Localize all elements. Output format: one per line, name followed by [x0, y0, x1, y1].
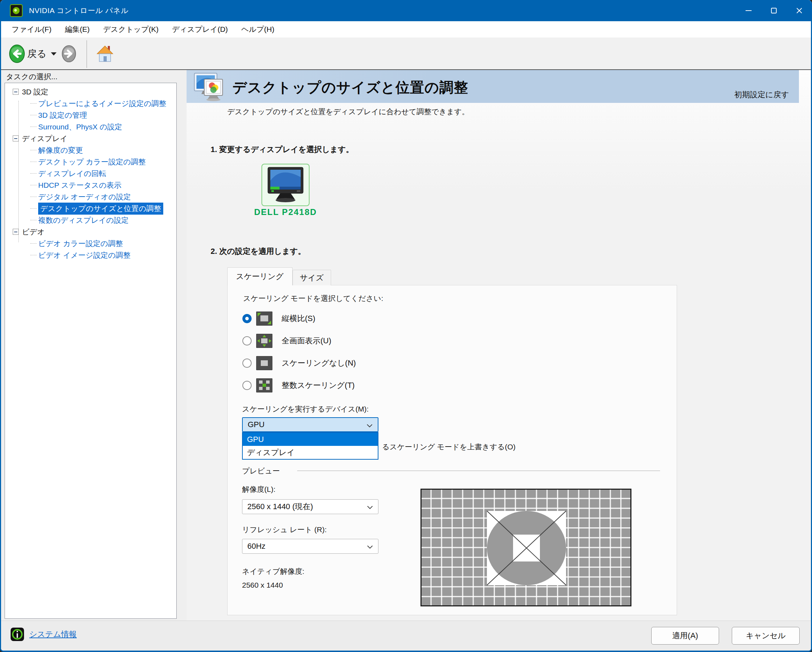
refresh-rate-label: リフレッシュ レート (R): [242, 525, 327, 535]
tree-item-digital-audio[interactable]: デジタル オーディオの設定 [5, 191, 176, 203]
native-resolution-value: 2560 x 1440 [242, 581, 283, 589]
tab-scaling[interactable]: スケーリング [227, 267, 293, 285]
radio-icon[interactable] [243, 381, 252, 390]
window-title: NVIDIA コントロール パネル [29, 6, 129, 15]
resolution-value: 2560 x 1440 (現在) [247, 501, 313, 512]
minimize-button[interactable] [736, 0, 761, 21]
refresh-rate-combobox[interactable]: 60Hz [242, 539, 379, 554]
menu-bar: ファイル(F) 編集(E) デスクトップ(K) ディスプレイ(D) ヘルプ(H) [1, 21, 811, 37]
radio-icon[interactable] [243, 358, 252, 368]
menu-edit[interactable]: 編集(E) [60, 22, 95, 37]
page-title: デスクトップのサイズと位置の調整 [232, 78, 468, 97]
tree-item-video-image[interactable]: ビデオ イメージ設定の調整 [5, 249, 176, 261]
radio-icon[interactable] [243, 336, 252, 346]
preview-test-pattern [420, 489, 632, 606]
display-select-tile[interactable] [261, 164, 310, 206]
toolbar: 戻る [1, 37, 811, 70]
sidebar-header: タスクの選択... [6, 72, 57, 82]
close-icon [796, 7, 803, 14]
window-controls [736, 0, 812, 21]
tree-item-adjust-desktop-size-position[interactable]: デスクトップのサイズと位置の調整 [5, 203, 176, 214]
scaling-device-combobox[interactable]: GPU [242, 417, 379, 432]
monitor-icon [264, 167, 307, 203]
mode-option-no-scaling[interactable]: スケーリングなし(N) [243, 355, 356, 371]
back-button-label[interactable]: 戻る [27, 47, 47, 60]
scaling-device-dropdown-list: GPU ディスプレイ [242, 432, 379, 460]
resolution-label: 解像度(L): [242, 484, 276, 494]
mode-option-aspect-ratio[interactable]: 縦横比(S) [243, 311, 315, 327]
radio-selected-icon[interactable] [243, 314, 252, 323]
back-button[interactable] [9, 44, 25, 64]
page-subtitle: デスクトップのサイズと位置をディスプレイに合わせて調整できます。 [227, 107, 469, 117]
override-scaling-checkbox-label[interactable]: るスケーリング モードを上書きする(O) [382, 442, 516, 452]
step1-title: 1. 変更するディスプレイを選択します。 [211, 144, 354, 155]
menu-display[interactable]: ディスプレイ(D) [167, 22, 233, 37]
close-button[interactable] [786, 0, 812, 21]
tree-item-video-color[interactable]: ビデオ カラー設定の調整 [5, 237, 176, 249]
resolution-combobox[interactable]: 2560 x 1440 (現在) [242, 499, 379, 514]
settings-tabs: スケーリング サイズ [227, 267, 331, 285]
minimize-icon [746, 10, 752, 11]
collapse-icon[interactable] [13, 135, 19, 141]
nvidia-logo-icon [10, 4, 23, 17]
refresh-rate-value: 60Hz [247, 542, 266, 551]
tree-item-preview-image-settings[interactable]: プレビューによるイメージ設定の調整 [5, 98, 176, 109]
titlebar: NVIDIA コントロール パネル [0, 0, 812, 21]
restore-defaults-link[interactable]: 初期設定に戻す [734, 89, 789, 100]
mode-option-fullscreen[interactable]: 全画面表示(U) [243, 333, 331, 349]
tree-group-display[interactable]: ディスプレイ [5, 133, 176, 144]
system-info-link[interactable]: システム情報 [29, 629, 77, 640]
chevron-down-icon [367, 545, 373, 549]
menu-file[interactable]: ファイル(F) [7, 22, 56, 37]
task-tree: 3D 設定 プレビューによるイメージ設定の調整 3D 設定の管理 Surroun… [5, 83, 177, 619]
tree-item-hdcp-status[interactable]: HDCP ステータスの表示 [5, 179, 176, 191]
tree-group-3d-settings[interactable]: 3D 設定 [5, 86, 176, 98]
scaling-mode-prompt: スケーリング モードを選択してください: [243, 294, 383, 303]
scaling-device-label: スケーリングを実行するデバイス(M): [242, 404, 369, 414]
scaling-device-value: GPU [248, 420, 265, 429]
tree-item-change-resolution[interactable]: 解像度の変更 [5, 144, 176, 156]
maximize-icon [771, 8, 777, 14]
dropdown-option-gpu[interactable]: GPU [243, 433, 378, 446]
system-info-icon [10, 627, 24, 641]
preview-section-label: プレビュー [242, 466, 280, 476]
display-name-label: DELL P2418D [236, 207, 335, 217]
back-history-dropdown-icon[interactable] [51, 52, 56, 55]
step2-title: 2. 次の設定を適用します。 [211, 246, 306, 257]
main-content: デスクトップのサイズと位置の調整 初期設定に戻す デスクトップのサイズと位置をデ… [186, 70, 811, 621]
tree-item-manage-3d-settings[interactable]: 3D 設定の管理 [5, 109, 176, 121]
menu-desktop[interactable]: デスクトップ(K) [98, 22, 163, 37]
aspect-ratio-icon [256, 312, 272, 326]
toolbar-separator [87, 40, 87, 68]
collapse-icon[interactable] [13, 229, 19, 235]
apply-button[interactable]: 適用(A) [651, 627, 719, 644]
dropdown-option-display[interactable]: ディスプレイ [243, 446, 378, 459]
no-scaling-icon [256, 356, 272, 370]
tree-item-multiple-displays[interactable]: 複数のディスプレイの設定 [5, 214, 176, 226]
forward-button[interactable] [61, 45, 76, 63]
preview-separator-line [297, 471, 660, 471]
chevron-down-icon [366, 424, 373, 428]
footer-bar: システム情報 適用(A) キャンセル [1, 621, 811, 651]
cancel-button[interactable]: キャンセル [732, 627, 800, 644]
home-button[interactable] [96, 43, 114, 64]
collapse-icon[interactable] [13, 89, 19, 95]
menu-help[interactable]: ヘルプ(H) [237, 22, 279, 37]
desktop-size-position-icon [194, 72, 229, 102]
task-sidebar: タスクの選択... 3D 設定 プレビューによるイメージ設定の調整 3D 設定の… [1, 70, 186, 621]
tree-item-rotate-display[interactable]: ディスプレイの回転 [5, 168, 176, 179]
fullscreen-icon [256, 334, 272, 348]
maximize-button[interactable] [761, 0, 786, 21]
tab-size[interactable]: サイズ [293, 270, 331, 285]
tree-item-surround-physx[interactable]: Surround、PhysX の設定 [5, 121, 176, 133]
page-header: デスクトップのサイズと位置の調整 初期設定に戻す [186, 70, 799, 103]
mode-option-integer-scaling[interactable]: 整数スケーリング(T) [243, 377, 355, 393]
nvidia-control-panel-window: NVIDIA コントロール パネル ファイル(F) 編集(E) デスクトップ(K… [0, 0, 812, 652]
chevron-down-icon [367, 505, 373, 510]
integer-scaling-icon [256, 378, 272, 392]
tree-group-video[interactable]: ビデオ [5, 226, 176, 237]
tree-item-desktop-color[interactable]: デスクトップ カラー設定の調整 [5, 156, 176, 168]
native-resolution-label: ネイティブ解像度: [242, 566, 304, 576]
